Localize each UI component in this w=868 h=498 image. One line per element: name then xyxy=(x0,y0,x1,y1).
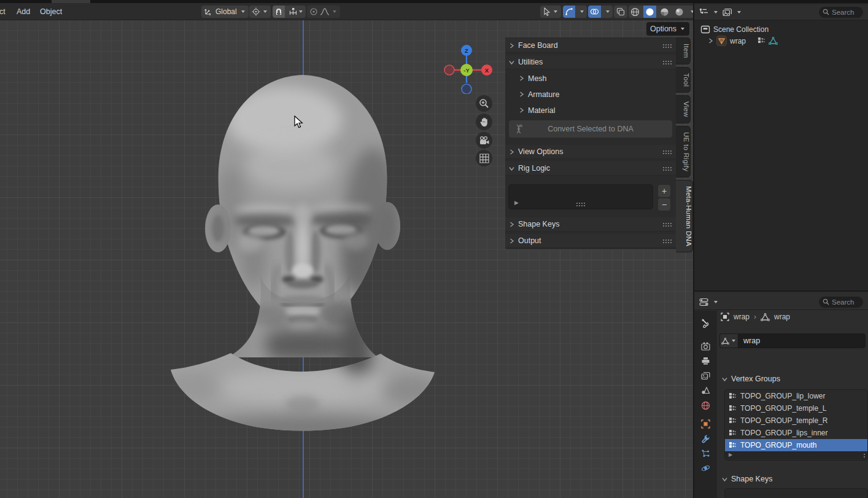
display-mode-icon[interactable] xyxy=(723,8,732,17)
mesh-data-selector[interactable] xyxy=(719,333,738,348)
panel-output[interactable]: Output xyxy=(505,234,676,248)
tab-meta-human-dna[interactable]: Meta-Human DNA xyxy=(676,180,693,252)
drag-grip-icon[interactable] xyxy=(662,150,672,154)
outliner-editor-icon[interactable] xyxy=(699,8,709,17)
perspective-grid-button[interactable] xyxy=(476,150,492,166)
view-axis-gizmo[interactable]: Z X -Y xyxy=(444,45,493,94)
shading-rendered-button[interactable] xyxy=(673,6,686,18)
mesh-data-breadcrumb-icon[interactable] xyxy=(761,313,770,321)
vertex-group-row-selected[interactable]: TOPO_GROUP_mouth xyxy=(725,439,867,451)
shape-keys-list[interactable] xyxy=(724,488,868,498)
vertex-group-row[interactable]: TOPO_GROUP_lip_lower xyxy=(725,390,867,402)
convert-selected-to-dna-button[interactable]: Convert Selected to DNA xyxy=(509,120,672,138)
rig-logic-list[interactable]: ▶ xyxy=(508,184,653,209)
chevron-down-icon[interactable] xyxy=(714,301,718,303)
menu-object[interactable]: Object xyxy=(36,3,66,20)
shape-keys-panel-header[interactable]: Shape Keys xyxy=(717,472,868,486)
rig-logic-remove-button[interactable]: − xyxy=(658,198,670,211)
rig-logic-add-button[interactable]: + xyxy=(658,185,670,197)
physics-icon xyxy=(701,464,710,473)
shading-wireframe-button[interactable] xyxy=(629,6,641,18)
mesh-name-input[interactable]: wrap xyxy=(738,333,866,348)
panel-label: Utilities xyxy=(518,58,659,66)
pivot-point-dropdown[interactable] xyxy=(249,6,271,18)
subpanel-material[interactable]: Material xyxy=(505,103,676,117)
tab-object-properties[interactable] xyxy=(694,416,717,431)
properties-editor-icon[interactable] xyxy=(699,298,709,306)
gizmo-dropdown[interactable] xyxy=(577,6,587,18)
properties-editor: Search wrap xyxy=(694,290,868,498)
camera-view-button[interactable] xyxy=(476,132,492,149)
tab-view-layer-properties[interactable] xyxy=(694,368,717,383)
proportional-edit-group[interactable] xyxy=(307,6,340,18)
tab-item[interactable]: Item xyxy=(676,37,691,64)
panel-utilities[interactable]: Utilities xyxy=(505,55,676,69)
transform-orientation-dropdown[interactable]: Global xyxy=(201,6,249,18)
tab-particle-properties[interactable] xyxy=(694,446,717,461)
panel-rig-logic[interactable]: Rig Logic xyxy=(505,161,676,176)
drag-grip-icon[interactable] xyxy=(662,166,672,171)
shading-solid-button[interactable] xyxy=(643,6,656,18)
breadcrumb-data-name[interactable]: wrap xyxy=(774,313,790,321)
outliner-row-scene-collection[interactable]: Scene Collection xyxy=(694,23,868,35)
tab-tool[interactable]: Tool xyxy=(676,67,691,93)
tab-tool-properties[interactable] xyxy=(694,316,717,330)
chevron-right-icon xyxy=(519,107,524,113)
snap-toggle-button[interactable] xyxy=(273,6,285,18)
drag-grip-icon[interactable] xyxy=(662,60,672,64)
tab-render-properties[interactable] xyxy=(694,339,717,354)
gizmo-axis-neg-x[interactable] xyxy=(444,65,454,75)
options-dropdown-button[interactable]: Options xyxy=(646,22,689,36)
magnet-icon xyxy=(274,7,283,16)
tab-ue-to-rigify[interactable]: UE to Rigify xyxy=(676,126,691,177)
gizmo-axis-neg-z[interactable] xyxy=(462,84,471,94)
drag-grip-icon[interactable] xyxy=(662,44,672,48)
viewport-header: ct Add Object Global xyxy=(0,3,693,20)
chevron-right-icon[interactable] xyxy=(708,38,713,44)
show-overlays-toggle[interactable] xyxy=(588,6,601,18)
list-expand-icon[interactable]: ▶ xyxy=(729,452,732,457)
tab-output-properties[interactable] xyxy=(694,354,717,368)
drag-grip-icon[interactable] xyxy=(576,202,586,206)
object-type-visibility-dropdown[interactable] xyxy=(540,6,561,18)
tab-scene-properties[interactable] xyxy=(694,383,717,398)
drag-grip-icon[interactable] xyxy=(662,239,672,243)
outliner-search-input[interactable]: Search xyxy=(819,7,863,18)
tab-world-properties[interactable] xyxy=(694,398,717,413)
tab-modifier-properties[interactable] xyxy=(694,431,717,446)
chevron-down-icon[interactable] xyxy=(737,11,741,14)
menu-select-partial[interactable]: ct xyxy=(0,3,10,20)
properties-search-input[interactable]: Search xyxy=(819,297,863,308)
vertex-groups-panel-header[interactable]: Vertex Groups xyxy=(717,372,868,386)
tab-view[interactable]: View xyxy=(676,95,691,123)
outliner-row-wrap-object[interactable]: wrap xyxy=(694,35,868,47)
panel-view-options[interactable]: View Options xyxy=(505,145,676,159)
panel-face-board[interactable]: Face Board xyxy=(505,39,676,53)
vertex-group-row[interactable]: TOPO_GROUP_lips_inner xyxy=(725,427,867,439)
zoom-view-button[interactable] xyxy=(476,95,492,112)
panel-shape-keys[interactable]: Shape Keys xyxy=(505,217,676,231)
tab-constraints-properties-partial[interactable] xyxy=(694,492,717,498)
snap-target-button[interactable] xyxy=(287,6,306,18)
move-view-button[interactable] xyxy=(476,114,492,130)
drag-grip-icon[interactable] xyxy=(662,222,672,227)
subpanel-mesh[interactable]: Mesh xyxy=(505,71,676,85)
xray-toggle[interactable] xyxy=(614,6,627,18)
camera-icon xyxy=(479,136,490,146)
shading-material-button[interactable] xyxy=(658,6,671,18)
vertex-group-row[interactable]: TOPO_GROUP_temple_R xyxy=(725,414,867,427)
menu-add[interactable]: Add xyxy=(12,3,34,20)
overlays-dropdown[interactable] xyxy=(603,6,613,18)
breadcrumb-object-name[interactable]: wrap xyxy=(734,313,750,321)
list-expand-icon[interactable]: ▶ xyxy=(514,200,519,206)
chevron-down-icon[interactable] xyxy=(714,11,718,14)
resize-grip-icon[interactable] xyxy=(863,453,866,459)
subpanel-armature[interactable]: Armature xyxy=(505,87,676,101)
mesh-data-icon[interactable] xyxy=(769,37,778,45)
show-gizmo-toggle[interactable] xyxy=(563,6,575,18)
vertex-groups-data-icon[interactable] xyxy=(758,37,765,45)
tab-physics-properties[interactable] xyxy=(694,461,717,475)
object-breadcrumb-icon[interactable] xyxy=(721,313,729,321)
shading-dropdown[interactable] xyxy=(688,6,693,18)
vertex-group-row[interactable]: TOPO_GROUP_temple_L xyxy=(725,402,867,414)
